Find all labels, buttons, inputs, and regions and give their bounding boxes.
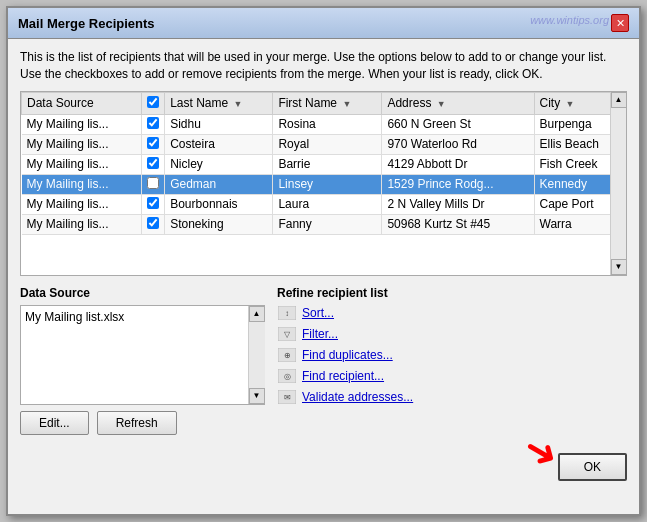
cell-checkbox[interactable] xyxy=(142,114,165,134)
cell-firstname: Linsey xyxy=(273,174,382,194)
svg-text:⊕: ⊕ xyxy=(284,351,291,360)
refine-item-link[interactable]: Find recipient... xyxy=(302,369,384,383)
lastname-sort-icon: ▼ xyxy=(234,99,243,109)
intro-text: This is the list of recipients that will… xyxy=(20,49,627,83)
refine-item-icon: ✉ xyxy=(277,389,297,405)
svg-text:↕: ↕ xyxy=(285,309,289,318)
refine-item-link[interactable]: Validate addresses... xyxy=(302,390,413,404)
refine-item-icon: ◎ xyxy=(277,368,297,384)
svg-text:▽: ▽ xyxy=(284,330,291,339)
table-body: My Mailing lis...SidhuRosina660 N Green … xyxy=(22,114,626,234)
refine-list-item: ▽ Filter... xyxy=(277,326,627,342)
left-panel: Data Source My Mailing list.xlsx ▲ ▼ Edi… xyxy=(20,286,265,435)
title-bar: Mail Merge Recipients www.wintips.org ✕ xyxy=(8,8,639,39)
cell-firstname: Royal xyxy=(273,134,382,154)
address-sort-icon: ▼ xyxy=(437,99,446,109)
table-row: My Mailing lis...CosteiraRoyal970 Waterl… xyxy=(22,134,626,154)
datasource-content: My Mailing list.xlsx xyxy=(25,310,260,324)
ds-scroll-track[interactable] xyxy=(249,322,265,388)
table-header-row: Data Source Last Name ▼ First Name ▼ Add… xyxy=(22,92,626,114)
scroll-track[interactable] xyxy=(611,108,627,259)
cell-lastname: Gedman xyxy=(165,174,273,194)
cell-lastname: Sidhu xyxy=(165,114,273,134)
refine-list-item: ↕ Sort... xyxy=(277,305,627,321)
select-all-checkbox[interactable] xyxy=(147,96,159,108)
datasource-scrollbar[interactable]: ▲ ▼ xyxy=(248,306,264,404)
row-checkbox[interactable] xyxy=(147,197,159,209)
row-checkbox[interactable] xyxy=(147,157,159,169)
dialog-body: This is the list of recipients that will… xyxy=(8,39,639,445)
refine-item-link[interactable]: Find duplicates... xyxy=(302,348,393,362)
svg-text:✉: ✉ xyxy=(284,393,291,402)
refine-item-icon: ⊕ xyxy=(277,347,297,363)
cell-checkbox[interactable] xyxy=(142,194,165,214)
table-row: My Mailing lis...GedmanLinsey1529 Prince… xyxy=(22,174,626,194)
refresh-button[interactable]: Refresh xyxy=(97,411,177,435)
refine-list: ↕ Sort... ▽ Filter... ⊕ Find duplicates.… xyxy=(277,305,627,405)
col-datasource[interactable]: Data Source xyxy=(22,92,142,114)
dialog-title: Mail Merge Recipients xyxy=(18,16,155,31)
cell-datasource: My Mailing lis... xyxy=(22,154,142,174)
cell-lastname: Stoneking xyxy=(165,214,273,234)
cell-firstname: Rosina xyxy=(273,114,382,134)
cell-address: 2 N Valley Mills Dr xyxy=(382,194,534,214)
table-row: My Mailing lis...BourbonnaisLaura2 N Val… xyxy=(22,194,626,214)
row-checkbox[interactable] xyxy=(147,117,159,129)
cell-firstname: Fanny xyxy=(273,214,382,234)
cell-lastname: Costeira xyxy=(165,134,273,154)
cell-firstname: Barrie xyxy=(273,154,382,174)
col-checkbox xyxy=(142,92,165,114)
row-checkbox[interactable] xyxy=(147,217,159,229)
close-button[interactable]: ✕ xyxy=(611,14,629,32)
refine-list-item: ◎ Find recipient... xyxy=(277,368,627,384)
cell-lastname: Bourbonnais xyxy=(165,194,273,214)
table-row: My Mailing lis...StonekingFanny50968 Kur… xyxy=(22,214,626,234)
city-sort-icon: ▼ xyxy=(566,99,575,109)
cell-lastname: Nicley xyxy=(165,154,273,174)
cell-datasource: My Mailing lis... xyxy=(22,134,142,154)
row-checkbox[interactable] xyxy=(147,177,159,189)
edit-refresh-row: Edit... Refresh xyxy=(20,411,265,435)
bottom-section: Data Source My Mailing list.xlsx ▲ ▼ Edi… xyxy=(20,286,627,435)
cell-checkbox[interactable] xyxy=(142,214,165,234)
refine-list-item: ⊕ Find duplicates... xyxy=(277,347,627,363)
scroll-down-btn[interactable]: ▼ xyxy=(611,259,627,275)
table-scrollbar[interactable]: ▲ ▼ xyxy=(610,92,626,275)
refine-item-icon: ▽ xyxy=(277,326,297,342)
cell-checkbox[interactable] xyxy=(142,154,165,174)
watermark: www.wintips.org xyxy=(530,14,609,26)
svg-text:◎: ◎ xyxy=(284,372,291,381)
col-firstname[interactable]: First Name ▼ xyxy=(273,92,382,114)
col-address[interactable]: Address ▼ xyxy=(382,92,534,114)
recipients-table: Data Source Last Name ▼ First Name ▼ Add… xyxy=(21,92,626,235)
cell-firstname: Laura xyxy=(273,194,382,214)
ds-scroll-down[interactable]: ▼ xyxy=(249,388,265,404)
refine-section-label: Refine recipient list xyxy=(277,286,627,300)
refine-item-icon: ↕ xyxy=(277,305,297,321)
cell-address: 4129 Abbott Dr xyxy=(382,154,534,174)
dialog-footer: ➜ OK xyxy=(8,445,639,489)
edit-button[interactable]: Edit... xyxy=(20,411,89,435)
cell-checkbox[interactable] xyxy=(142,174,165,194)
cell-datasource: My Mailing lis... xyxy=(22,174,142,194)
scroll-up-btn[interactable]: ▲ xyxy=(611,92,627,108)
refine-item-link[interactable]: Filter... xyxy=(302,327,338,341)
ds-scroll-up[interactable]: ▲ xyxy=(249,306,265,322)
row-checkbox[interactable] xyxy=(147,137,159,149)
refine-item-link[interactable]: Sort... xyxy=(302,306,334,320)
recipients-table-container: Data Source Last Name ▼ First Name ▼ Add… xyxy=(20,91,627,276)
mail-merge-dialog: Mail Merge Recipients www.wintips.org ✕ … xyxy=(6,6,641,516)
firstname-sort-icon: ▼ xyxy=(342,99,351,109)
cell-address: 660 N Green St xyxy=(382,114,534,134)
cell-address: 1529 Prince Rodg... xyxy=(382,174,534,194)
col-lastname[interactable]: Last Name ▼ xyxy=(165,92,273,114)
refine-list-item: ✉ Validate addresses... xyxy=(277,389,627,405)
ok-button[interactable]: OK xyxy=(558,453,627,481)
cell-checkbox[interactable] xyxy=(142,134,165,154)
cell-datasource: My Mailing lis... xyxy=(22,114,142,134)
datasource-section-label: Data Source xyxy=(20,286,265,300)
cell-address: 50968 Kurtz St #45 xyxy=(382,214,534,234)
cell-datasource: My Mailing lis... xyxy=(22,194,142,214)
cell-address: 970 Waterloo Rd xyxy=(382,134,534,154)
right-panel: Refine recipient list ↕ Sort... ▽ Filter… xyxy=(277,286,627,435)
